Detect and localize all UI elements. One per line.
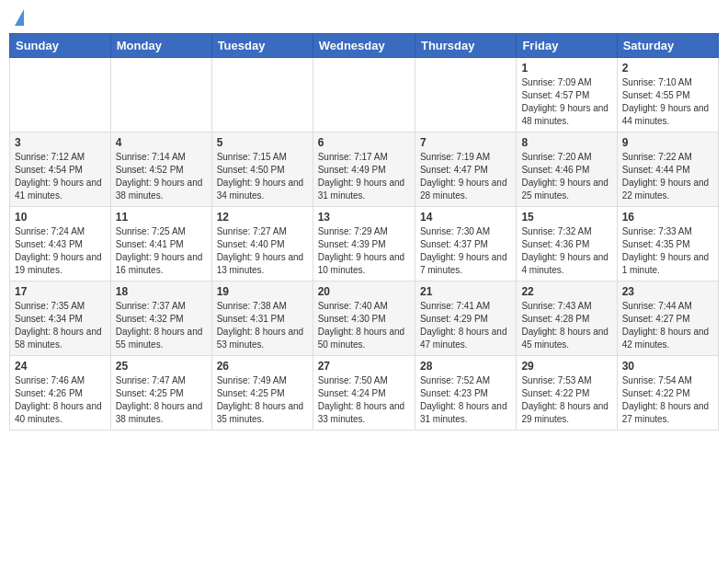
weekday-header-thursday: Thursday: [415, 34, 516, 58]
day-info: Sunrise: 7:49 AM Sunset: 4:25 PM Dayligh…: [217, 374, 308, 426]
weekday-header-row: SundayMondayTuesdayWednesdayThursdayFrid…: [10, 34, 719, 58]
day-info: Sunrise: 7:38 AM Sunset: 4:31 PM Dayligh…: [217, 300, 308, 351]
calendar-cell: 6Sunrise: 7:17 AM Sunset: 4:49 PM Daylig…: [313, 132, 415, 207]
calendar-cell: 17Sunrise: 7:35 AM Sunset: 4:34 PM Dayli…: [10, 282, 111, 356]
day-number: 1: [521, 62, 611, 75]
calendar-cell: 9Sunrise: 7:22 AM Sunset: 4:44 PM Daylig…: [617, 132, 718, 207]
calendar-cell: 16Sunrise: 7:33 AM Sunset: 4:35 PM Dayli…: [617, 207, 718, 282]
day-info: Sunrise: 7:12 AM Sunset: 4:54 PM Dayligh…: [15, 151, 106, 202]
day-number: 23: [622, 285, 713, 298]
day-info: Sunrise: 7:20 AM Sunset: 4:46 PM Dayligh…: [521, 151, 611, 202]
weekday-header-friday: Friday: [517, 34, 617, 58]
weekday-header-sunday: Sunday: [10, 34, 111, 58]
day-info: Sunrise: 7:09 AM Sunset: 4:57 PM Dayligh…: [521, 76, 611, 128]
calendar-table: SundayMondayTuesdayWednesdayThursdayFrid…: [9, 33, 719, 431]
page-header: [9, 9, 719, 26]
day-number: 19: [217, 285, 308, 298]
calendar-cell: 11Sunrise: 7:25 AM Sunset: 4:41 PM Dayli…: [110, 207, 211, 282]
calendar-cell: 12Sunrise: 7:27 AM Sunset: 4:40 PM Dayli…: [211, 207, 313, 282]
day-number: 27: [318, 360, 410, 373]
day-info: Sunrise: 7:15 AM Sunset: 4:50 PM Dayligh…: [217, 151, 308, 202]
calendar-cell: 20Sunrise: 7:40 AM Sunset: 4:30 PM Dayli…: [313, 282, 415, 356]
day-number: 24: [15, 360, 106, 373]
calendar-cell: 18Sunrise: 7:37 AM Sunset: 4:32 PM Dayli…: [110, 282, 211, 356]
day-info: Sunrise: 7:14 AM Sunset: 4:52 PM Dayligh…: [116, 151, 207, 202]
day-info: Sunrise: 7:19 AM Sunset: 4:47 PM Dayligh…: [420, 151, 511, 202]
day-info: Sunrise: 7:27 AM Sunset: 4:40 PM Dayligh…: [217, 225, 308, 277]
calendar-cell: 22Sunrise: 7:43 AM Sunset: 4:28 PM Dayli…: [517, 282, 617, 356]
day-info: Sunrise: 7:44 AM Sunset: 4:27 PM Dayligh…: [622, 300, 713, 351]
day-number: 5: [217, 136, 308, 149]
day-info: Sunrise: 7:47 AM Sunset: 4:25 PM Dayligh…: [116, 374, 207, 426]
calendar-cell: 8Sunrise: 7:20 AM Sunset: 4:46 PM Daylig…: [517, 132, 617, 207]
calendar-cell: 25Sunrise: 7:47 AM Sunset: 4:25 PM Dayli…: [110, 356, 211, 431]
day-info: Sunrise: 7:46 AM Sunset: 4:26 PM Dayligh…: [15, 374, 106, 426]
calendar-week-1: 1Sunrise: 7:09 AM Sunset: 4:57 PM Daylig…: [10, 58, 719, 132]
day-info: Sunrise: 7:10 AM Sunset: 4:55 PM Dayligh…: [622, 76, 713, 128]
day-number: 6: [318, 136, 410, 149]
day-number: 22: [521, 285, 611, 298]
calendar-cell: 27Sunrise: 7:50 AM Sunset: 4:24 PM Dayli…: [313, 356, 415, 431]
calendar-week-3: 10Sunrise: 7:24 AM Sunset: 4:43 PM Dayli…: [10, 207, 719, 282]
day-info: Sunrise: 7:22 AM Sunset: 4:44 PM Dayligh…: [622, 151, 713, 202]
day-info: Sunrise: 7:35 AM Sunset: 4:34 PM Dayligh…: [15, 300, 106, 351]
day-number: 15: [521, 211, 611, 224]
day-number: 28: [420, 360, 511, 373]
logo: [13, 9, 24, 26]
day-number: 29: [521, 360, 611, 373]
day-number: 14: [420, 211, 511, 224]
calendar-cell: 29Sunrise: 7:53 AM Sunset: 4:22 PM Dayli…: [517, 356, 617, 431]
day-number: 13: [318, 211, 410, 224]
day-info: Sunrise: 7:50 AM Sunset: 4:24 PM Dayligh…: [318, 374, 410, 426]
day-number: 7: [420, 136, 511, 149]
calendar-cell: [211, 58, 313, 132]
day-number: 2: [622, 62, 713, 75]
weekday-header-wednesday: Wednesday: [313, 34, 415, 58]
day-info: Sunrise: 7:30 AM Sunset: 4:37 PM Dayligh…: [420, 225, 511, 277]
day-info: Sunrise: 7:52 AM Sunset: 4:23 PM Dayligh…: [420, 374, 511, 426]
calendar-cell: 19Sunrise: 7:38 AM Sunset: 4:31 PM Dayli…: [211, 282, 313, 356]
calendar-week-4: 17Sunrise: 7:35 AM Sunset: 4:34 PM Dayli…: [10, 282, 719, 356]
logo-triangle-icon: [15, 9, 24, 26]
calendar-cell: 28Sunrise: 7:52 AM Sunset: 4:23 PM Dayli…: [415, 356, 516, 431]
day-number: 30: [622, 360, 713, 373]
day-number: 9: [622, 136, 713, 149]
day-info: Sunrise: 7:32 AM Sunset: 4:36 PM Dayligh…: [521, 225, 611, 277]
day-number: 3: [15, 136, 106, 149]
day-number: 4: [116, 136, 207, 149]
calendar-cell: 1Sunrise: 7:09 AM Sunset: 4:57 PM Daylig…: [517, 58, 617, 132]
day-number: 11: [116, 211, 207, 224]
day-number: 20: [318, 285, 410, 298]
calendar-cell: 10Sunrise: 7:24 AM Sunset: 4:43 PM Dayli…: [10, 207, 111, 282]
calendar-week-2: 3Sunrise: 7:12 AM Sunset: 4:54 PM Daylig…: [10, 132, 719, 207]
day-info: Sunrise: 7:53 AM Sunset: 4:22 PM Dayligh…: [521, 374, 611, 426]
calendar-cell: 2Sunrise: 7:10 AM Sunset: 4:55 PM Daylig…: [617, 58, 718, 132]
calendar-cell: [10, 58, 111, 132]
day-info: Sunrise: 7:29 AM Sunset: 4:39 PM Dayligh…: [318, 225, 410, 277]
day-number: 10: [15, 211, 106, 224]
day-number: 26: [217, 360, 308, 373]
day-info: Sunrise: 7:54 AM Sunset: 4:22 PM Dayligh…: [622, 374, 713, 426]
calendar-cell: 13Sunrise: 7:29 AM Sunset: 4:39 PM Dayli…: [313, 207, 415, 282]
day-info: Sunrise: 7:24 AM Sunset: 4:43 PM Dayligh…: [15, 225, 106, 277]
calendar-cell: 23Sunrise: 7:44 AM Sunset: 4:27 PM Dayli…: [617, 282, 718, 356]
day-number: 21: [420, 285, 511, 298]
day-info: Sunrise: 7:33 AM Sunset: 4:35 PM Dayligh…: [622, 225, 713, 277]
day-number: 25: [116, 360, 207, 373]
day-info: Sunrise: 7:40 AM Sunset: 4:30 PM Dayligh…: [318, 300, 410, 351]
calendar-cell: 30Sunrise: 7:54 AM Sunset: 4:22 PM Dayli…: [617, 356, 718, 431]
day-info: Sunrise: 7:37 AM Sunset: 4:32 PM Dayligh…: [116, 300, 207, 351]
day-number: 18: [116, 285, 207, 298]
calendar-cell: [415, 58, 516, 132]
day-number: 17: [15, 285, 106, 298]
calendar-cell: 7Sunrise: 7:19 AM Sunset: 4:47 PM Daylig…: [415, 132, 516, 207]
weekday-header-saturday: Saturday: [617, 34, 718, 58]
day-info: Sunrise: 7:17 AM Sunset: 4:49 PM Dayligh…: [318, 151, 410, 202]
day-number: 12: [217, 211, 308, 224]
calendar-cell: 4Sunrise: 7:14 AM Sunset: 4:52 PM Daylig…: [110, 132, 211, 207]
calendar-cell: 14Sunrise: 7:30 AM Sunset: 4:37 PM Dayli…: [415, 207, 516, 282]
calendar-cell: [313, 58, 415, 132]
calendar-cell: 15Sunrise: 7:32 AM Sunset: 4:36 PM Dayli…: [517, 207, 617, 282]
weekday-header-monday: Monday: [110, 34, 211, 58]
day-info: Sunrise: 7:43 AM Sunset: 4:28 PM Dayligh…: [521, 300, 611, 351]
